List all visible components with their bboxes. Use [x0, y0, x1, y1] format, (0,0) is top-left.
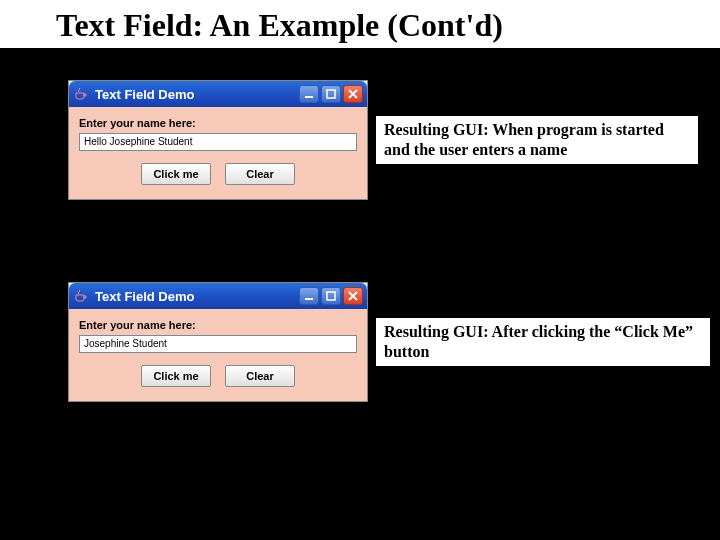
svg-rect-2 [305, 298, 313, 300]
minimize-button[interactable] [299, 85, 319, 103]
close-icon [348, 291, 358, 301]
name-input[interactable] [79, 335, 357, 353]
window-buttons-2 [299, 287, 363, 305]
name-input[interactable] [79, 133, 357, 151]
titlebar-1: Text Field Demo [69, 81, 367, 107]
click-me-button[interactable]: Click me [141, 365, 211, 387]
demo-window-1: Text Field Demo Enter your name here: Cl… [68, 80, 368, 200]
minimize-button[interactable] [299, 287, 319, 305]
window-body-1: Enter your name here: Click me Clear [69, 107, 367, 199]
minimize-icon [304, 89, 314, 99]
close-button[interactable] [343, 287, 363, 305]
name-field-label: Enter your name here: [79, 319, 357, 331]
svg-rect-3 [327, 292, 335, 300]
maximize-icon [326, 89, 336, 99]
svg-rect-0 [305, 96, 313, 98]
click-me-button[interactable]: Click me [141, 163, 211, 185]
caption-2: Resulting GUI: After clicking the “Click… [376, 318, 710, 366]
svg-rect-1 [327, 90, 335, 98]
close-button[interactable] [343, 85, 363, 103]
java-coffee-icon [73, 86, 89, 102]
button-row-1: Click me Clear [79, 163, 357, 185]
slide-content: Text Field Demo Enter your name here: Cl… [0, 50, 720, 540]
window-title-1: Text Field Demo [95, 87, 299, 102]
maximize-icon [326, 291, 336, 301]
window-body-2: Enter your name here: Click me Clear [69, 309, 367, 401]
name-input-wrap [79, 333, 357, 353]
caption-1: Resulting GUI: When program is started a… [376, 116, 698, 164]
java-coffee-icon [73, 288, 89, 304]
name-input-wrap [79, 131, 357, 151]
maximize-button[interactable] [321, 85, 341, 103]
name-field-label: Enter your name here: [79, 117, 357, 129]
clear-button[interactable]: Clear [225, 163, 295, 185]
window-title-2: Text Field Demo [95, 289, 299, 304]
close-icon [348, 89, 358, 99]
clear-button[interactable]: Clear [225, 365, 295, 387]
button-row-2: Click me Clear [79, 365, 357, 387]
titlebar-2: Text Field Demo [69, 283, 367, 309]
demo-window-2: Text Field Demo Enter your name here: Cl… [68, 282, 368, 402]
slide-title: Text Field: An Example (Cont'd) [0, 0, 720, 50]
maximize-button[interactable] [321, 287, 341, 305]
window-buttons-1 [299, 85, 363, 103]
minimize-icon [304, 291, 314, 301]
